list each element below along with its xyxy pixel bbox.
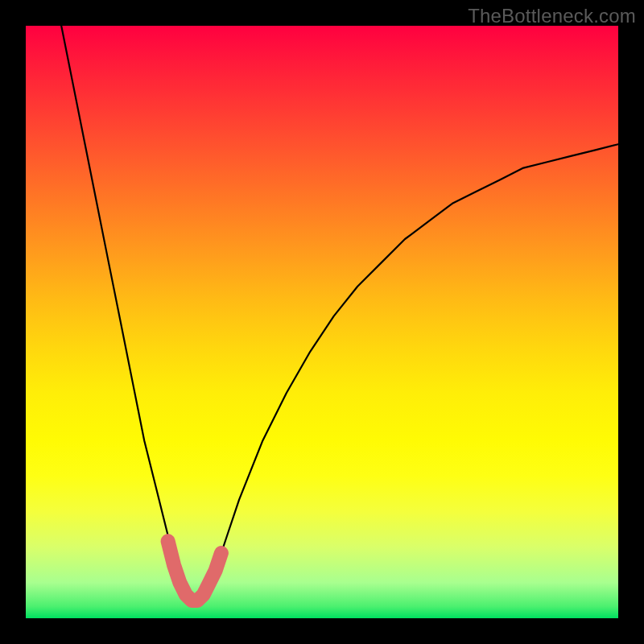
curve-svg: [26, 26, 618, 618]
bottleneck-curve-path: [61, 26, 618, 601]
bottom-pink-emphasis-path: [168, 541, 221, 601]
chart-frame: TheBottleneck.com: [0, 0, 644, 644]
watermark-text: TheBottleneck.com: [468, 5, 636, 27]
plot-area: [26, 26, 618, 618]
